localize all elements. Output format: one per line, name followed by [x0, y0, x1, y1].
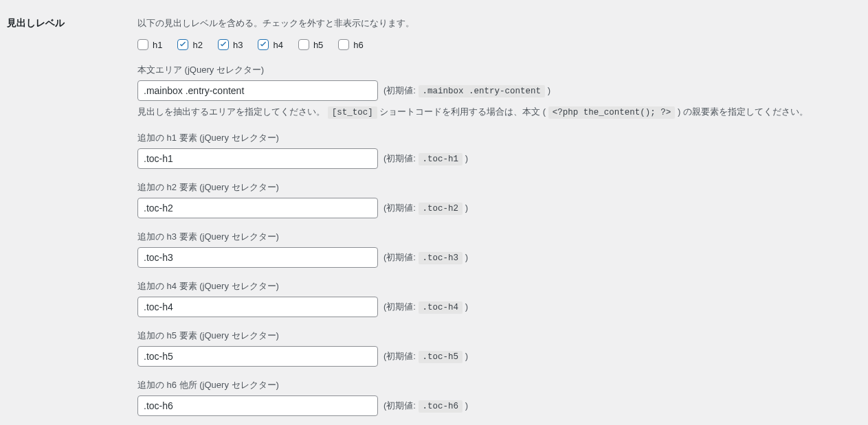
field-add-h2: 追加の h2 要素 (jQuery セレクター) (初期値: .toc-h2 ) [137, 181, 861, 218]
field-add-h3: 追加の h3 要素 (jQuery セレクター) (初期値: .toc-h3 ) [137, 231, 861, 268]
checkbox-label-h1: h1 [153, 40, 162, 50]
add-h6-label: 追加の h6 他所 (jQuery セレクター) [137, 379, 861, 391]
add-h3-label: 追加の h3 要素 (jQuery セレクター) [137, 231, 861, 243]
content-area-default: (初期値: .mainbox .entry-content ) [383, 84, 550, 97]
checkbox-label-h6: h6 [353, 40, 363, 50]
checkbox-box-h5 [298, 39, 309, 50]
field-add-h4: 追加の h4 要素 (jQuery セレクター) (初期値: .toc-h4 ) [137, 280, 861, 317]
field-add-h1: 追加の h1 要素 (jQuery セレクター) (初期値: .toc-h1 ) [137, 132, 861, 169]
add-h3-input[interactable] [137, 247, 378, 268]
checkbox-label-h4: h4 [273, 40, 282, 50]
add-h5-default: (初期値: .toc-h5 ) [383, 350, 468, 363]
checkbox-h3[interactable]: h3 [218, 39, 243, 50]
checkbox-box-h2 [177, 39, 188, 50]
checkbox-box-h6 [338, 39, 349, 50]
field-add-h6: 追加の h6 他所 (jQuery セレクター) (初期値: .toc-h6 ) [137, 379, 861, 416]
add-h6-default: (初期値: .toc-h6 ) [383, 400, 468, 412]
heading-level-checkboxes: h1 h2 h3 h4 [137, 39, 861, 50]
checkbox-label-h3: h3 [233, 40, 243, 50]
add-h2-label: 追加の h2 要素 (jQuery セレクター) [137, 181, 861, 194]
add-h1-label: 追加の h1 要素 (jQuery セレクター) [137, 132, 861, 144]
content-area-label: 本文エリア (jQuery セレクター) [137, 64, 861, 76]
add-h4-input[interactable] [137, 297, 378, 317]
checkbox-h2[interactable]: h2 [177, 39, 202, 50]
add-h5-label: 追加の h5 要素 (jQuery セレクター) [137, 330, 861, 342]
section-description: 以下の見出しレベルを含める。チェックを外すと非表示になります。 [137, 17, 861, 30]
checkbox-box-h3 [218, 39, 229, 50]
add-h1-input[interactable] [137, 148, 378, 169]
checkbox-box-h4 [258, 39, 269, 50]
checkbox-label-h5: h5 [313, 40, 323, 50]
field-content-area: 本文エリア (jQuery セレクター) (初期値: .mainbox .ent… [137, 64, 861, 119]
add-h3-default: (初期値: .toc-h3 ) [383, 251, 468, 264]
add-h6-input[interactable] [137, 395, 378, 416]
field-add-h5: 追加の h5 要素 (jQuery セレクター) (初期値: .toc-h5 ) [137, 330, 861, 367]
checkbox-h5[interactable]: h5 [298, 39, 323, 50]
checkbox-label-h2: h2 [192, 40, 202, 50]
add-h2-default: (初期値: .toc-h2 ) [383, 202, 468, 214]
checkbox-h6[interactable]: h6 [338, 39, 363, 50]
add-h1-default: (初期値: .toc-h1 ) [383, 152, 468, 165]
checkbox-box-h1 [137, 39, 148, 50]
checkbox-h4[interactable]: h4 [258, 39, 282, 50]
add-h5-input[interactable] [137, 346, 378, 367]
content-area-help: 見出しを抽出するエリアを指定してください。 [st_toc] ショートコードを利… [137, 105, 861, 119]
checkbox-h1[interactable]: h1 [137, 39, 162, 50]
content-area-input[interactable] [137, 80, 378, 101]
add-h4-default: (初期値: .toc-h4 ) [383, 301, 468, 313]
add-h2-input[interactable] [137, 198, 378, 218]
section-title: 見出しレベル [0, 7, 137, 425]
add-h4-label: 追加の h4 要素 (jQuery セレクター) [137, 280, 861, 292]
